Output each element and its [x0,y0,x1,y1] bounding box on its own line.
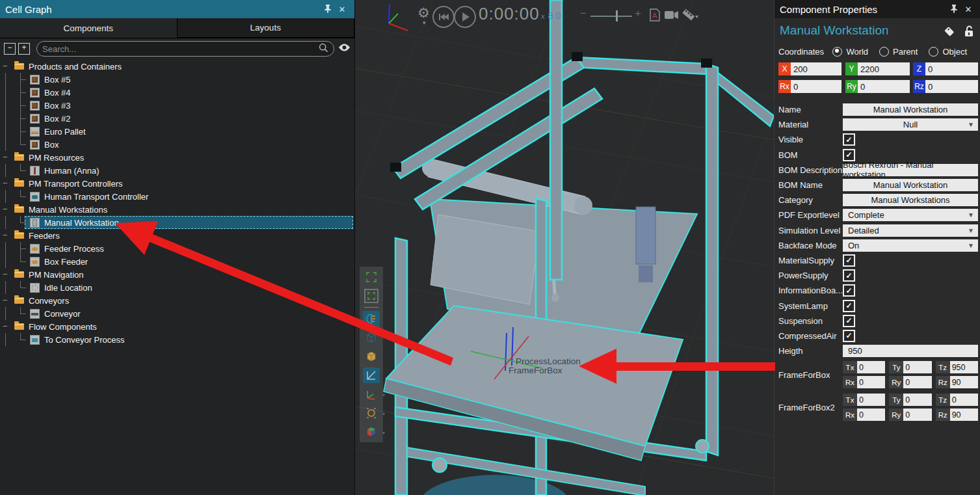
frame-value[interactable]: 0 [903,361,931,373]
frame-value[interactable]: 90 [950,376,978,388]
frame-value[interactable]: 0 [903,408,931,421]
expander-icon[interactable]: − [3,177,8,190]
field-name[interactable]: Manual Workstation [843,103,978,116]
collapse-all-button[interactable]: − [4,43,16,55]
tree-item-human-anna[interactable]: Human (Anna) [0,164,354,177]
unlock-icon[interactable] [964,25,974,40]
expander-icon[interactable]: − [3,294,8,307]
frame-value[interactable]: 0 [903,376,931,388]
checkbox-systemlamp[interactable]: ✓ [843,300,855,312]
tree-item-box-feeder[interactable]: Box Feeder [0,255,354,268]
dropdown-pdf-exportlevel[interactable]: Complete▼ [843,209,978,221]
tree-folder-feeders[interactable]: −Feeders [0,229,354,242]
visibility-eye-icon[interactable] [338,43,351,55]
dropdown-arrow-icon[interactable]: ▼ [968,227,974,234]
origin-caret[interactable]: ▾ [382,411,385,417]
frame-field-tx[interactable]: Tx0 [843,361,885,373]
tab-components[interactable]: Components [0,18,178,38]
record-video-icon[interactable] [665,10,679,22]
floor-mode-icon[interactable] [363,368,380,383]
tree-item-feeder-process[interactable]: Feeder Process [0,242,354,255]
dropdown-arrow-icon[interactable]: ▼ [968,242,974,249]
dropdown-simulation-level[interactable]: Detailed▼ [843,224,978,237]
dropdown-material[interactable]: Null▼ [843,118,978,131]
expander-icon[interactable]: − [3,60,8,73]
radio-parent[interactable]: Parent [879,47,918,57]
gear-dropdown-caret[interactable]: ▾ [423,20,426,26]
dropdown-backface-mode[interactable]: On▼ [843,239,978,252]
close-icon[interactable]: ✕ [335,5,349,14]
coord-rz-field[interactable]: Rz0 [913,80,978,93]
fit-view-icon[interactable] [363,269,380,285]
expander-icon[interactable]: − [3,151,8,164]
dropdown-arrow-icon[interactable]: ▼ [968,121,974,128]
speed-slider-handle[interactable] [616,10,618,21]
coord-x-field[interactable]: X200 [778,62,841,75]
expander-icon[interactable]: − [3,320,8,333]
pdf-export-icon[interactable]: A [649,8,661,24]
tree-item-manual-workstation[interactable]: Manual Workstation [0,216,354,229]
field-category[interactable]: Manual Workstations [843,194,978,206]
dropdown-arrow-icon[interactable]: ▼ [968,211,974,219]
frame-value[interactable]: 0 [857,361,885,373]
y-value[interactable]: 2200 [858,62,910,75]
wireframe-cube-icon[interactable] [363,330,380,345]
tree-folder-conveyors[interactable]: −Conveyors [0,294,354,307]
rewind-button[interactable] [432,6,455,28]
frame-value[interactable]: 0 [857,376,885,388]
settings-gear-icon[interactable]: ⚙ [417,5,430,21]
field-bom-name[interactable]: Manual Workstation [843,179,978,191]
coord-rx-field[interactable]: Rx0 [778,80,841,93]
tab-layouts[interactable]: Layouts [178,18,355,38]
frame-field-ry[interactable]: Ry0 [889,408,931,421]
speed-minus-button[interactable]: − [580,7,587,20]
tree-item-box-3[interactable]: Box #3 [0,99,354,112]
expand-all-button[interactable]: + [18,43,30,55]
radio-object[interactable]: Object [929,47,967,57]
x-value[interactable]: 200 [791,62,841,75]
frame-value[interactable]: 90 [950,408,978,421]
tree-folder-manual-workstations[interactable]: −Manual Workstations [0,203,354,216]
frame-field-tz[interactable]: Tz0 [936,394,978,406]
field-heigth[interactable]: 950 [843,345,978,357]
expander-icon[interactable]: − [3,203,8,216]
tree-item-to-conveyor-process[interactable]: To Conveyor Process [0,333,354,346]
ry-value[interactable]: 0 [858,80,910,93]
coord-ry-field[interactable]: Ry0 [845,80,910,93]
tree-folder-pm-navigation[interactable]: −PM Navigation [0,268,354,281]
coord-z-field[interactable]: Z0 [913,62,978,75]
frame-field-tx[interactable]: Tx0 [843,394,885,406]
3d-viewport[interactable]: ProcessLocation FrameForBox ⚙ ▾ 0:00:00 … [355,0,774,495]
radio-object-dot[interactable] [929,47,938,57]
expander-icon[interactable]: − [3,268,8,281]
z-value[interactable]: 0 [925,62,978,75]
origin-snap-icon[interactable]: ▾ [363,405,380,421]
frame-value[interactable]: 950 [950,361,978,373]
checkbox-suspension[interactable]: ✓ [843,315,855,327]
close-icon[interactable]: ✕ [961,5,975,14]
checkbox-materialsupply[interactable]: ✓ [843,254,855,267]
frame-field-tz[interactable]: Tz950 [936,361,978,373]
search-input[interactable]: Search... [36,41,334,57]
tree-item-euro-pallet[interactable]: Euro Pallet [0,125,354,138]
frame-value[interactable]: 0 [857,394,885,406]
checkbox-bom[interactable]: ✓ [843,149,855,161]
tree-folder-flow-components[interactable]: −Flow Components [0,320,354,333]
tag-icon[interactable] [943,25,956,40]
frame-value[interactable]: 0 [903,394,931,406]
frame-field-rz[interactable]: Rz90 [936,408,978,421]
frame-field-rz[interactable]: Rz90 [936,376,978,388]
coord-y-field[interactable]: Y2200 [845,62,910,75]
checkbox-visible[interactable]: ✓ [843,133,855,146]
frame-field-ry[interactable]: Ry0 [889,376,931,388]
pin-icon[interactable] [947,4,961,15]
checkbox-powersupply[interactable]: ✓ [843,269,855,282]
frame-value[interactable]: 0 [950,394,978,406]
radio-world-dot[interactable] [832,47,842,57]
speed-plus-button[interactable]: + [635,7,641,20]
viewcube-caret[interactable]: ▾ [382,430,385,436]
tree-item-conveyor[interactable]: Conveyor [0,307,354,320]
checkbox-informationboa[interactable]: ✓ [843,284,855,297]
view-cube-icon[interactable]: ▾ [363,424,380,440]
frame-field-rx[interactable]: Rx0 [843,408,885,421]
